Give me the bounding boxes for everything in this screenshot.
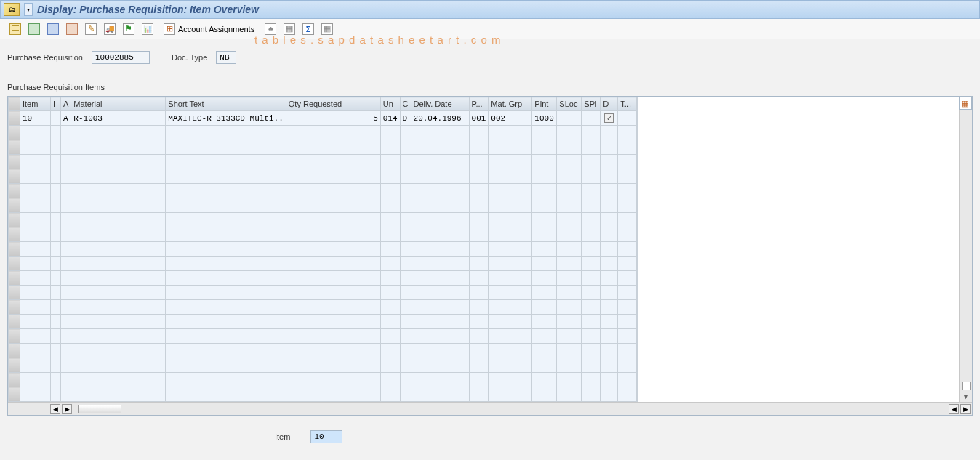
- hierarchy-button[interactable]: [262, 22, 278, 36]
- vertical-scrollbar[interactable]: ▲ ▼: [959, 97, 972, 402]
- row-selector[interactable]: [9, 315, 20, 329]
- cell-un: [380, 155, 400, 169]
- select-all-header[interactable]: [9, 97, 20, 111]
- col-qty[interactable]: Qty Requested: [286, 97, 380, 111]
- col-c[interactable]: C: [400, 97, 411, 111]
- table-row[interactable]: [9, 315, 637, 329]
- col-un[interactable]: Un: [380, 97, 400, 111]
- cell-c: [400, 373, 411, 387]
- scroll-right-button[interactable]: ▶: [62, 404, 72, 414]
- delivery-button[interactable]: [102, 22, 118, 36]
- scroll-down-icon[interactable]: ▼: [963, 393, 969, 400]
- row-selector[interactable]: [9, 184, 20, 198]
- overview-button[interactable]: [281, 22, 297, 36]
- table-row[interactable]: [9, 344, 637, 358]
- save-button[interactable]: [45, 22, 61, 36]
- cell-short-text: [166, 184, 286, 198]
- col-short-text[interactable]: Short Text: [166, 97, 286, 111]
- col-p[interactable]: P...: [469, 97, 489, 111]
- row-selector[interactable]: [9, 329, 20, 344]
- footer-item-input[interactable]: [310, 430, 342, 443]
- cell-item: [20, 329, 51, 344]
- doctype-input[interactable]: [216, 51, 236, 64]
- row-selector[interactable]: [9, 358, 20, 373]
- table-config-button[interactable]: [959, 97, 972, 110]
- account-assignments-button[interactable]: Account Assignments: [158, 22, 260, 36]
- table-row[interactable]: [9, 373, 637, 387]
- col-deliv-date[interactable]: Deliv. Date: [411, 97, 469, 111]
- list-button[interactable]: [26, 22, 42, 36]
- row-selector[interactable]: [9, 300, 20, 315]
- table-row[interactable]: [9, 242, 637, 257]
- cell-deliv-date: [411, 358, 469, 373]
- row-selector[interactable]: [9, 271, 20, 286]
- table-row[interactable]: [9, 358, 637, 373]
- row-selector[interactable]: [9, 111, 20, 126]
- details-button[interactable]: [7, 22, 23, 36]
- row-selector[interactable]: [9, 344, 20, 358]
- table-row[interactable]: [9, 271, 637, 286]
- services-button[interactable]: [300, 22, 316, 36]
- account-icon: [164, 23, 175, 35]
- change-button[interactable]: [83, 22, 99, 36]
- col-spl[interactable]: SPl: [582, 97, 601, 111]
- col-sloc[interactable]: SLoc: [557, 97, 582, 111]
- row-selector[interactable]: [9, 126, 20, 140]
- table-row[interactable]: [9, 184, 637, 198]
- statistics-button[interactable]: [140, 22, 156, 36]
- col-i[interactable]: I: [51, 97, 61, 111]
- row-selector[interactable]: [9, 387, 20, 402]
- titlebar-dropdown[interactable]: ▾: [24, 3, 33, 16]
- col-material[interactable]: Material: [71, 97, 166, 111]
- row-selector[interactable]: [9, 213, 20, 227]
- row-selector[interactable]: [9, 198, 20, 213]
- col-t[interactable]: T...: [618, 97, 637, 111]
- col-plnt[interactable]: Plnt: [532, 97, 557, 111]
- table-row[interactable]: [9, 257, 637, 271]
- table-row[interactable]: [9, 286, 637, 300]
- col-item[interactable]: Item: [20, 97, 51, 111]
- row-selector[interactable]: [9, 227, 20, 242]
- scroll-thumb[interactable]: [962, 382, 971, 390]
- release-button[interactable]: [121, 22, 137, 36]
- text-button[interactable]: [319, 22, 335, 36]
- checkbox-icon[interactable]: ✓: [604, 113, 614, 123]
- app-icon: 🗂: [4, 3, 20, 16]
- edit-button[interactable]: [64, 22, 80, 36]
- col-mat-grp[interactable]: Mat. Grp: [489, 97, 532, 111]
- table-row[interactable]: [9, 300, 637, 315]
- pr-number-input[interactable]: [92, 51, 150, 64]
- row-selector[interactable]: [9, 140, 20, 155]
- table-row[interactable]: [9, 387, 637, 402]
- scroll-right-end-button[interactable]: ▶: [960, 404, 971, 414]
- grid-icon: [284, 23, 295, 35]
- cell-spl: [582, 227, 601, 242]
- cell-sloc: [557, 227, 582, 242]
- table-row[interactable]: [9, 169, 637, 184]
- cell-p: [469, 169, 489, 184]
- row-selector[interactable]: [9, 373, 20, 387]
- col-d[interactable]: D: [601, 97, 618, 111]
- cell-c: [400, 315, 411, 329]
- row-selector[interactable]: [9, 286, 20, 300]
- row-selector[interactable]: [9, 169, 20, 184]
- table-row[interactable]: 10AR-1003MAXITEC-R 3133CD Multi..5014D20…: [9, 111, 637, 126]
- table-row[interactable]: [9, 140, 637, 155]
- row-selector[interactable]: [9, 155, 20, 169]
- cell-a: [61, 300, 71, 315]
- row-selector[interactable]: [9, 257, 20, 271]
- table-row[interactable]: [9, 329, 637, 344]
- hscroll-thumb[interactable]: [78, 405, 121, 413]
- cell-short-text: [166, 257, 286, 271]
- cell-item: [20, 387, 51, 402]
- col-a[interactable]: A: [61, 97, 71, 111]
- scroll-left-end-button[interactable]: ◀: [949, 404, 959, 414]
- scroll-left-button[interactable]: ◀: [50, 404, 60, 414]
- table-row[interactable]: [9, 227, 637, 242]
- row-selector[interactable]: [9, 242, 20, 257]
- horizontal-scrollbar[interactable]: ◀ ▶ ◀ ▶: [8, 402, 972, 415]
- table-row[interactable]: [9, 126, 637, 140]
- table-row[interactable]: [9, 155, 637, 169]
- table-row[interactable]: [9, 198, 637, 213]
- table-row[interactable]: [9, 213, 637, 227]
